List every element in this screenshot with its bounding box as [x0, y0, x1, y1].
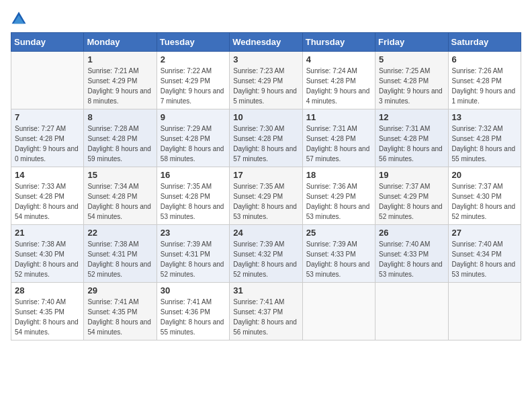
- day-number: 7: [15, 112, 80, 122]
- calendar-cell: 6Sunrise: 7:26 AMSunset: 4:28 PMDaylight…: [448, 52, 521, 109]
- calendar-week-row: 1Sunrise: 7:21 AMSunset: 4:29 PMDaylight…: [11, 52, 521, 109]
- calendar-table: SundayMondayTuesdayWednesdayThursdayFrid…: [11, 32, 521, 340]
- day-number: 6: [452, 54, 517, 64]
- calendar-cell: 27Sunrise: 7:40 AMSunset: 4:34 PMDayligh…: [448, 225, 521, 283]
- calendar-cell: [375, 283, 448, 340]
- day-number: 24: [233, 228, 298, 238]
- calendar-header-monday: Monday: [84, 33, 157, 52]
- day-number: 18: [306, 170, 371, 180]
- day-number: 9: [161, 112, 226, 122]
- day-detail: Sunrise: 7:40 AMSunset: 4:34 PMDaylight:…: [452, 239, 517, 279]
- calendar-header-sunday: Sunday: [11, 33, 84, 52]
- day-detail: Sunrise: 7:37 AMSunset: 4:30 PMDaylight:…: [452, 181, 517, 222]
- calendar-cell: 15Sunrise: 7:34 AMSunset: 4:28 PMDayligh…: [84, 167, 157, 225]
- day-number: 26: [379, 228, 444, 238]
- day-number: 4: [306, 54, 371, 64]
- calendar-week-row: 28Sunrise: 7:40 AMSunset: 4:35 PMDayligh…: [11, 283, 521, 340]
- page-header: [11, 11, 521, 27]
- day-detail: Sunrise: 7:39 AMSunset: 4:32 PMDaylight:…: [233, 239, 298, 279]
- day-detail: Sunrise: 7:25 AMSunset: 4:28 PMDaylight:…: [379, 66, 444, 106]
- day-detail: Sunrise: 7:38 AMSunset: 4:31 PMDaylight:…: [87, 239, 152, 279]
- calendar-cell: 29Sunrise: 7:41 AMSunset: 4:35 PMDayligh…: [84, 283, 157, 340]
- day-detail: Sunrise: 7:41 AMSunset: 4:37 PMDaylight:…: [233, 297, 298, 337]
- calendar-cell: 24Sunrise: 7:39 AMSunset: 4:32 PMDayligh…: [230, 225, 302, 283]
- day-number: 13: [452, 112, 517, 122]
- calendar-header-saturday: Saturday: [448, 33, 521, 52]
- logo-icon: [11, 11, 27, 27]
- calendar-cell: 19Sunrise: 7:37 AMSunset: 4:29 PMDayligh…: [375, 167, 448, 225]
- day-number: 27: [452, 228, 517, 238]
- day-detail: Sunrise: 7:23 AMSunset: 4:29 PMDaylight:…: [233, 66, 298, 106]
- day-detail: Sunrise: 7:24 AMSunset: 4:28 PMDaylight:…: [306, 66, 371, 106]
- day-detail: Sunrise: 7:38 AMSunset: 4:30 PMDaylight:…: [15, 239, 80, 279]
- calendar-week-row: 7Sunrise: 7:27 AMSunset: 4:28 PMDaylight…: [11, 109, 521, 167]
- calendar-week-row: 14Sunrise: 7:33 AMSunset: 4:28 PMDayligh…: [11, 167, 521, 225]
- calendar-cell: 2Sunrise: 7:22 AMSunset: 4:29 PMDaylight…: [157, 52, 229, 109]
- day-detail: Sunrise: 7:41 AMSunset: 4:35 PMDaylight:…: [87, 297, 152, 337]
- calendar-cell: 23Sunrise: 7:39 AMSunset: 4:31 PMDayligh…: [157, 225, 229, 283]
- calendar-cell: 4Sunrise: 7:24 AMSunset: 4:28 PMDaylight…: [302, 52, 375, 109]
- day-number: 20: [452, 170, 517, 180]
- calendar-cell: 12Sunrise: 7:31 AMSunset: 4:28 PMDayligh…: [375, 109, 448, 167]
- day-detail: Sunrise: 7:35 AMSunset: 4:28 PMDaylight:…: [161, 181, 226, 222]
- day-number: 8: [87, 112, 152, 122]
- day-detail: Sunrise: 7:26 AMSunset: 4:28 PMDaylight:…: [452, 66, 517, 106]
- day-detail: Sunrise: 7:36 AMSunset: 4:29 PMDaylight:…: [306, 181, 371, 222]
- day-detail: Sunrise: 7:27 AMSunset: 4:28 PMDaylight:…: [15, 124, 80, 164]
- day-number: 31: [233, 285, 298, 295]
- day-detail: Sunrise: 7:28 AMSunset: 4:28 PMDaylight:…: [87, 124, 152, 164]
- day-number: 3: [233, 54, 298, 64]
- calendar-cell: 3Sunrise: 7:23 AMSunset: 4:29 PMDaylight…: [230, 52, 302, 109]
- day-number: 5: [379, 54, 444, 64]
- day-detail: Sunrise: 7:29 AMSunset: 4:28 PMDaylight:…: [161, 124, 226, 164]
- calendar-cell: [448, 283, 521, 340]
- day-number: 14: [15, 170, 80, 180]
- logo: [11, 11, 30, 27]
- day-number: 19: [379, 170, 444, 180]
- calendar-cell: 9Sunrise: 7:29 AMSunset: 4:28 PMDaylight…: [157, 109, 229, 167]
- day-number: 12: [379, 112, 444, 122]
- day-number: 25: [306, 228, 371, 238]
- calendar-cell: [302, 283, 375, 340]
- day-detail: Sunrise: 7:39 AMSunset: 4:31 PMDaylight:…: [161, 239, 226, 279]
- calendar-cell: 18Sunrise: 7:36 AMSunset: 4:29 PMDayligh…: [302, 167, 375, 225]
- day-detail: Sunrise: 7:21 AMSunset: 4:29 PMDaylight:…: [87, 66, 152, 106]
- calendar-cell: 21Sunrise: 7:38 AMSunset: 4:30 PMDayligh…: [11, 225, 84, 283]
- calendar-cell: 14Sunrise: 7:33 AMSunset: 4:28 PMDayligh…: [11, 167, 84, 225]
- day-number: 23: [161, 228, 226, 238]
- day-detail: Sunrise: 7:30 AMSunset: 4:28 PMDaylight:…: [233, 124, 298, 164]
- day-number: 22: [87, 228, 152, 238]
- calendar-cell: 8Sunrise: 7:28 AMSunset: 4:28 PMDaylight…: [84, 109, 157, 167]
- calendar-cell: 25Sunrise: 7:39 AMSunset: 4:33 PMDayligh…: [302, 225, 375, 283]
- day-detail: Sunrise: 7:22 AMSunset: 4:29 PMDaylight:…: [161, 66, 226, 106]
- calendar-cell: 7Sunrise: 7:27 AMSunset: 4:28 PMDaylight…: [11, 109, 84, 167]
- day-number: 11: [306, 112, 371, 122]
- calendar-cell: 5Sunrise: 7:25 AMSunset: 4:28 PMDaylight…: [375, 52, 448, 109]
- day-number: 29: [87, 285, 152, 295]
- day-number: 16: [161, 170, 226, 180]
- calendar-cell: 22Sunrise: 7:38 AMSunset: 4:31 PMDayligh…: [84, 225, 157, 283]
- calendar-header-tuesday: Tuesday: [157, 33, 229, 52]
- day-detail: Sunrise: 7:34 AMSunset: 4:28 PMDaylight:…: [87, 181, 152, 222]
- calendar-cell: 10Sunrise: 7:30 AMSunset: 4:28 PMDayligh…: [230, 109, 302, 167]
- day-detail: Sunrise: 7:37 AMSunset: 4:29 PMDaylight:…: [379, 181, 444, 222]
- day-detail: Sunrise: 7:39 AMSunset: 4:33 PMDaylight:…: [306, 239, 371, 279]
- day-number: 30: [161, 285, 226, 295]
- calendar-header-thursday: Thursday: [302, 33, 375, 52]
- day-number: 28: [15, 285, 80, 295]
- calendar-cell: 30Sunrise: 7:41 AMSunset: 4:36 PMDayligh…: [157, 283, 229, 340]
- day-detail: Sunrise: 7:41 AMSunset: 4:36 PMDaylight:…: [161, 297, 226, 337]
- calendar-cell: 31Sunrise: 7:41 AMSunset: 4:37 PMDayligh…: [230, 283, 302, 340]
- day-detail: Sunrise: 7:35 AMSunset: 4:29 PMDaylight:…: [233, 181, 298, 222]
- calendar-cell: 1Sunrise: 7:21 AMSunset: 4:29 PMDaylight…: [84, 52, 157, 109]
- day-detail: Sunrise: 7:40 AMSunset: 4:35 PMDaylight:…: [15, 297, 80, 337]
- calendar-header-friday: Friday: [375, 33, 448, 52]
- calendar-header-row: SundayMondayTuesdayWednesdayThursdayFrid…: [11, 33, 521, 52]
- calendar-cell: 28Sunrise: 7:40 AMSunset: 4:35 PMDayligh…: [11, 283, 84, 340]
- calendar-header-wednesday: Wednesday: [230, 33, 302, 52]
- day-number: 10: [233, 112, 298, 122]
- calendar-cell: 11Sunrise: 7:31 AMSunset: 4:28 PMDayligh…: [302, 109, 375, 167]
- day-detail: Sunrise: 7:31 AMSunset: 4:28 PMDaylight:…: [306, 124, 371, 164]
- calendar-week-row: 21Sunrise: 7:38 AMSunset: 4:30 PMDayligh…: [11, 225, 521, 283]
- calendar-cell: 20Sunrise: 7:37 AMSunset: 4:30 PMDayligh…: [448, 167, 521, 225]
